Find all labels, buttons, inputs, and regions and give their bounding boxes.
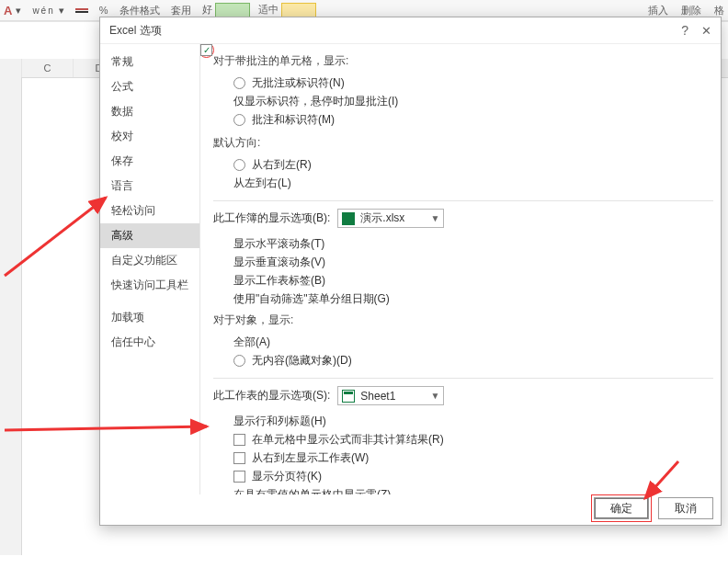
nav-formulas[interactable]: 公式	[100, 74, 199, 99]
ok-button[interactable]: 确定	[594, 497, 649, 519]
delete-button[interactable]: 删除	[681, 4, 701, 17]
help-button[interactable]: ?	[681, 23, 688, 38]
radio-rtl[interactable]	[233, 159, 245, 171]
nav-save[interactable]: 保存	[100, 149, 199, 174]
worksheet-combo[interactable]: Sheet1 ▼	[337, 386, 444, 405]
excel-options-dialog: Excel 选项 ? ✕ 常规 公式 数据 校对 保存 语言 轻松访问 高级 自…	[99, 17, 722, 526]
nav-general[interactable]: 常规	[100, 50, 199, 74]
nav-trust[interactable]: 信任中心	[100, 330, 199, 355]
chevron-down-icon: ▼	[430, 213, 439, 223]
style-good[interactable]	[215, 3, 250, 17]
nav-proofing[interactable]: 校对	[100, 124, 199, 149]
nav-language[interactable]: 语言	[100, 174, 199, 199]
nav-addins[interactable]: 加载项	[100, 305, 199, 330]
format-button[interactable]: 格	[714, 4, 724, 17]
nav-quick-access[interactable]: 快速访问工具栏	[100, 273, 199, 298]
nav-advanced[interactable]: 高级	[100, 223, 199, 248]
format-as-table-button[interactable]: 套用	[171, 4, 191, 17]
chk-page-breaks[interactable]	[233, 471, 245, 483]
chk-gridlines[interactable]	[200, 44, 212, 56]
nav-data[interactable]: 数据	[100, 99, 199, 124]
direction-group-label: 默认方向:	[213, 135, 713, 151]
border-icon[interactable]	[75, 8, 88, 10]
chk-show-formulas[interactable]	[233, 434, 245, 446]
row-headers	[0, 77, 22, 555]
percent-icon[interactable]: %	[99, 5, 108, 16]
nav-customize-ribbon[interactable]: 自定义功能区	[100, 248, 199, 273]
close-icon[interactable]: ✕	[701, 24, 711, 38]
radio-no-comment[interactable]	[233, 77, 245, 89]
worksheet-icon	[342, 390, 355, 403]
chevron-down-icon: ▼	[430, 391, 439, 401]
phonetic-icon[interactable]: wén	[32, 6, 54, 16]
chk-rtl-sheet[interactable]	[233, 452, 245, 464]
style-neutral[interactable]	[281, 3, 316, 17]
objects-group-label: 对于对象，显示:	[213, 312, 713, 328]
col-c[interactable]: C	[22, 59, 74, 77]
cancel-button[interactable]: 取消	[658, 497, 713, 519]
insert-button[interactable]: 插入	[648, 4, 668, 17]
radio-comment-and-indicator[interactable]	[233, 114, 245, 126]
excel-file-icon	[342, 212, 355, 225]
comments-group-label: 对于带批注的单元格，显示:	[213, 53, 713, 69]
options-content: 对于带批注的单元格，显示: 无批注或标识符(N) 仅显示标识符，悬停时加显批注(…	[200, 44, 721, 494]
font-color-icon[interactable]: A	[4, 4, 12, 17]
nav-ease[interactable]: 轻松访问	[100, 199, 199, 223]
conditional-formatting-button[interactable]: 条件格式	[119, 4, 160, 17]
workbook-section-label: 此工作簿的显示选项(B):	[213, 210, 330, 226]
options-nav: 常规 公式 数据 校对 保存 语言 轻松访问 高级 自定义功能区 快速访问工具栏…	[100, 44, 200, 494]
worksheet-section-label: 此工作表的显示选项(S):	[213, 388, 330, 403]
workbook-combo[interactable]: 演示.xlsx ▼	[337, 209, 444, 228]
dialog-title: Excel 选项	[109, 23, 162, 39]
radio-objects-none[interactable]	[233, 355, 245, 367]
